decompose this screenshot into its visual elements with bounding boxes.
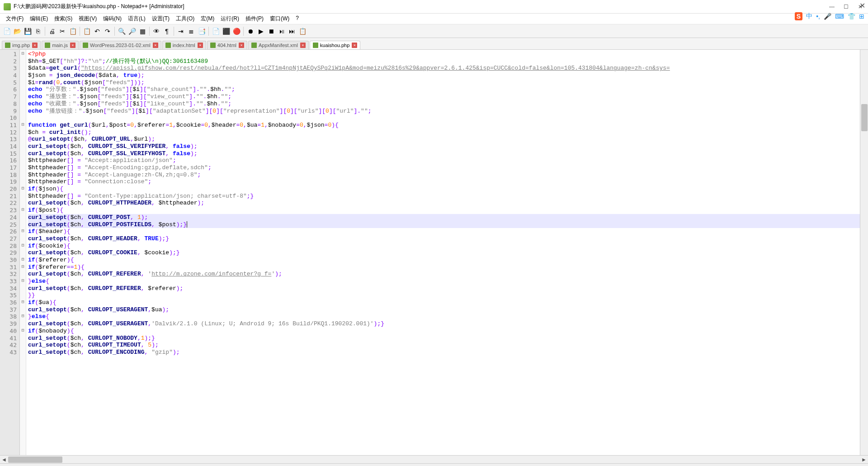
code-line[interactable]: curl_setopt($ch, CURLOPT_HEADER, TRUE);} xyxy=(28,235,866,243)
code-line[interactable]: $data=get_curl("https://apissl.gifshow.c… xyxy=(28,65,866,72)
menu-10[interactable]: 插件(P) xyxy=(242,14,267,24)
code-line[interactable]: curl_setopt($ch, CURLOPT_NOBODY,1);} xyxy=(28,335,866,342)
minimize-button[interactable]: — xyxy=(829,4,835,10)
menu-1[interactable]: 编辑(E) xyxy=(27,14,51,24)
code-line[interactable]: }else{ xyxy=(28,313,866,320)
sogou-icon[interactable]: S xyxy=(795,12,802,20)
toolbar-btn-15[interactable]: ⇥ xyxy=(176,26,186,36)
menu-8[interactable]: 宏(M) xyxy=(198,14,217,24)
fold-marker[interactable]: ⊟ xyxy=(20,206,26,213)
code-line[interactable]: <?php xyxy=(28,51,866,58)
fold-marker[interactable]: ⊟ xyxy=(20,263,26,270)
ime-lang[interactable]: 中 xyxy=(806,12,812,20)
code-line[interactable]: curl_setopt($ch, CURLOPT_SSL_VERIFYPEER,… xyxy=(28,143,866,150)
toolbar-btn-9[interactable]: ↷ xyxy=(103,26,113,36)
toolbar-btn-26[interactable]: 📋 xyxy=(297,26,307,36)
toolbar-btn-17[interactable]: 📑 xyxy=(197,26,207,36)
toolbar-btn-14[interactable]: ¶ xyxy=(162,26,172,36)
toolbar-btn-8[interactable]: ↶ xyxy=(92,26,102,36)
fold-marker[interactable]: ⊟ xyxy=(20,312,26,319)
code-line[interactable]: if($ua){ xyxy=(28,299,866,306)
tab-close-icon[interactable]: × xyxy=(70,43,75,48)
code-line[interactable]: }else{ xyxy=(28,278,866,285)
code-line[interactable]: curl_setopt($ch, CURLOPT_POSTFIELDS, $po… xyxy=(28,221,866,228)
toolbar-btn-25[interactable]: ⏭ xyxy=(287,26,297,36)
fold-marker[interactable]: ⊟ xyxy=(20,227,26,234)
code-area[interactable]: <?php$hh=$_GET["hh"]?:"\n";//换行符号(默认\n)Q… xyxy=(26,50,868,455)
fold-marker[interactable]: ⊟ xyxy=(20,256,26,263)
code-line[interactable] xyxy=(28,114,866,122)
menu-0[interactable]: 文件(F) xyxy=(3,14,27,24)
code-line[interactable]: $httpheader[] = "Connection:close"; xyxy=(28,178,866,185)
code-line[interactable]: if($header){ xyxy=(28,228,866,235)
tab-main.js[interactable]: main.js× xyxy=(42,41,79,49)
tab-WordPress.2023-01-02.xml[interactable]: WordPress.2023-01-02.xml× xyxy=(80,41,161,49)
code-line[interactable]: @curl_setopt($ch, CURLOPT_URL,$url); xyxy=(28,136,866,143)
toolbar-btn-0[interactable]: 📄 xyxy=(2,26,12,36)
menu-4[interactable]: 编码(N) xyxy=(100,14,125,24)
toolbar-btn-1[interactable]: 📂 xyxy=(12,26,22,36)
menu-5[interactable]: 语言(L) xyxy=(125,14,149,24)
code-line[interactable]: curl_setopt($ch, CURLOPT_COOKIE, $cookie… xyxy=(28,249,866,257)
toolbar-btn-2[interactable]: 💾 xyxy=(23,26,33,36)
tab-close-icon[interactable]: × xyxy=(32,43,38,48)
code-line[interactable]: curl_setopt($ch, CURLOPT_ENCODING, "gzip… xyxy=(28,349,866,356)
toolbar-btn-21[interactable]: ⏺ xyxy=(245,26,255,36)
fold-marker[interactable]: ⊟ xyxy=(20,298,26,305)
code-line[interactable]: if($nobaody){ xyxy=(28,328,866,335)
tab-close-icon[interactable]: × xyxy=(352,43,357,48)
tab-AppxManifest.xml[interactable]: AppxManifest.xml× xyxy=(248,41,309,49)
tab-close-icon[interactable]: × xyxy=(239,43,244,48)
code-line[interactable]: if($post){ xyxy=(28,207,866,214)
code-line[interactable]: if($referer==1){ xyxy=(28,264,866,271)
code-line[interactable]: echo "播放量：".$json["feeds"][$i]["view_cou… xyxy=(28,93,866,100)
menu-3[interactable]: 视图(V) xyxy=(75,14,100,24)
code-line[interactable]: curl_setopt($ch, CURLOPT_POST, 1); xyxy=(28,214,866,221)
toolbar-btn-3[interactable]: ⎘ xyxy=(33,26,43,36)
code-line[interactable]: curl_setopt($ch, CURLOPT_USERAGENT,'Dalv… xyxy=(28,320,866,328)
menu-12[interactable]: ? xyxy=(292,14,302,24)
code-line[interactable]: $i=rand(0,count($json["feeds"])); xyxy=(28,79,866,86)
tab-close-icon[interactable]: × xyxy=(198,43,203,48)
code-line[interactable]: curl_setopt($ch, CURLOPT_USERAGENT,$ua); xyxy=(28,306,866,314)
toolbar-btn-13[interactable]: 👁 xyxy=(151,26,161,36)
code-line[interactable]: echo "收藏量：".$json["feeds"][$i]["like_cou… xyxy=(28,100,866,108)
fold-marker[interactable]: ⊟ xyxy=(20,242,26,249)
toolbar-btn-12[interactable]: ▦ xyxy=(137,26,147,36)
tab-index.html[interactable]: index.html× xyxy=(162,41,206,49)
menu-9[interactable]: 运行(R) xyxy=(217,14,242,24)
menu-6[interactable]: 设置(T) xyxy=(149,14,173,24)
fold-marker[interactable]: ⊟ xyxy=(20,121,26,128)
toolbar-btn-5[interactable]: ✂ xyxy=(57,26,67,36)
toolbar-btn-23[interactable]: ⏹ xyxy=(266,26,276,36)
code-line[interactable]: if($referer){ xyxy=(28,257,866,264)
ime-keyboard-icon[interactable]: ⌨ xyxy=(835,13,844,20)
code-line[interactable]: $httpheader[] = "Accept-Encoding:gzip,de… xyxy=(28,164,866,171)
ime-punct[interactable]: •, xyxy=(816,13,820,20)
code-line[interactable]: curl_setopt($ch, CURLOPT_HTTPHEADER, $ht… xyxy=(28,200,866,207)
code-line[interactable]: $httpheader[] = "Accept-Language:zh-CN,z… xyxy=(28,171,866,179)
toolbar-btn-22[interactable]: ▶ xyxy=(256,26,266,36)
tab-close-icon[interactable]: × xyxy=(300,43,306,48)
code-line[interactable]: curl_setopt($ch, CURLOPT_SSL_VERIFYHOST,… xyxy=(28,150,866,157)
toolbar-btn-7[interactable]: 📋 xyxy=(82,26,92,36)
tab-404.html[interactable]: 404.html× xyxy=(207,41,247,49)
toolbar-btn-20[interactable]: 🔴 xyxy=(231,26,241,36)
code-line[interactable]: $httpheader[] = "Content-Type:applicatio… xyxy=(28,193,866,200)
code-line[interactable]: $ch = curl_init(); xyxy=(28,129,866,136)
toolbar-btn-24[interactable]: ⏯ xyxy=(277,26,287,36)
ime-grid-icon[interactable]: ⊞ xyxy=(859,13,864,20)
tab-kuaishou.php[interactable]: kuaishou.php× xyxy=(310,41,360,49)
code-line[interactable]: curl_setopt($ch, CURLOPT_TIMEOUT, 5); xyxy=(28,342,866,349)
code-line[interactable]: }} xyxy=(28,292,866,299)
ime-skin-icon[interactable]: 👕 xyxy=(848,13,855,20)
toolbar-btn-19[interactable]: ⬛ xyxy=(221,26,231,36)
horizontal-scrollbar[interactable]: ◄► xyxy=(0,455,868,463)
ime-mic-icon[interactable]: 🎤 xyxy=(824,13,831,20)
code-line[interactable]: function get_curl($url,$post=0,$referer=… xyxy=(28,122,866,129)
menu-11[interactable]: 窗口(W) xyxy=(267,14,292,24)
toolbar-btn-4[interactable]: 🖨 xyxy=(47,26,57,36)
code-line[interactable]: $hh=$_GET["hh"]?:"\n";//换行符号(默认\n)QQ:306… xyxy=(28,58,866,65)
menu-7[interactable]: 工具(O) xyxy=(173,14,198,24)
fold-marker[interactable]: ⊟ xyxy=(20,185,26,192)
